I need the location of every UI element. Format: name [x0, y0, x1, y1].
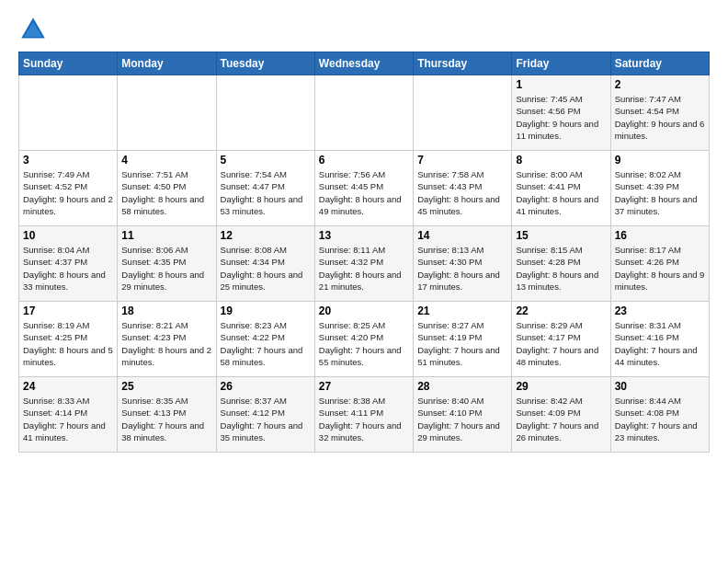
day-number: 1 — [516, 78, 606, 91]
day-info: Sunrise: 8:11 AM Sunset: 4:32 PM Dayligh… — [319, 244, 409, 293]
day-number: 17 — [23, 304, 113, 317]
day-info: Sunrise: 8:23 AM Sunset: 4:22 PM Dayligh… — [221, 319, 311, 368]
calendar-cell-w1-d4: 7Sunrise: 7:58 AM Sunset: 4:43 PM Daylig… — [414, 151, 512, 226]
day-info: Sunrise: 8:21 AM Sunset: 4:23 PM Dayligh… — [121, 319, 211, 368]
calendar-cell-w2-d0: 10Sunrise: 8:04 AM Sunset: 4:37 PM Dayli… — [19, 226, 118, 302]
day-info: Sunrise: 7:58 AM Sunset: 4:43 PM Dayligh… — [417, 168, 507, 217]
day-info: Sunrise: 8:31 AM Sunset: 4:16 PM Dayligh… — [615, 319, 705, 368]
day-info: Sunrise: 7:45 AM Sunset: 4:56 PM Dayligh… — [516, 93, 606, 142]
day-number: 20 — [319, 304, 409, 317]
calendar-cell-w1-d0: 3Sunrise: 7:49 AM Sunset: 4:52 PM Daylig… — [19, 151, 118, 226]
day-info: Sunrise: 8:37 AM Sunset: 4:12 PM Dayligh… — [221, 395, 311, 443]
day-info: Sunrise: 8:27 AM Sunset: 4:19 PM Dayligh… — [417, 319, 507, 368]
calendar-cell-w1-d1: 4Sunrise: 7:51 AM Sunset: 4:50 PM Daylig… — [118, 151, 216, 226]
calendar-cell-w3-d4: 21Sunrise: 8:27 AM Sunset: 4:19 PM Dayli… — [414, 302, 512, 377]
day-info: Sunrise: 8:17 AM Sunset: 4:26 PM Dayligh… — [615, 244, 705, 293]
weekday-header-tuesday: Tuesday — [216, 52, 314, 75]
calendar-cell-w0-d2 — [216, 75, 314, 151]
calendar-cell-w1-d3: 6Sunrise: 7:56 AM Sunset: 4:45 PM Daylig… — [314, 151, 413, 226]
calendar-cell-w1-d5: 8Sunrise: 8:00 AM Sunset: 4:41 PM Daylig… — [512, 151, 610, 226]
day-number: 10 — [23, 229, 113, 242]
week-row-2: 10Sunrise: 8:04 AM Sunset: 4:37 PM Dayli… — [19, 226, 710, 302]
day-info: Sunrise: 7:54 AM Sunset: 4:47 PM Dayligh… — [221, 168, 311, 217]
day-number: 7 — [417, 154, 507, 167]
calendar-cell-w2-d2: 12Sunrise: 8:08 AM Sunset: 4:34 PM Dayli… — [216, 226, 314, 302]
day-number: 18 — [121, 304, 211, 317]
weekday-header-row: SundayMondayTuesdayWednesdayThursdayFrid… — [19, 52, 710, 75]
logo — [18, 15, 51, 44]
day-number: 9 — [615, 154, 705, 167]
week-row-0: 1Sunrise: 7:45 AM Sunset: 4:56 PM Daylig… — [19, 75, 710, 151]
day-number: 13 — [319, 229, 409, 242]
day-number: 30 — [615, 380, 705, 393]
weekday-header-sunday: Sunday — [19, 52, 118, 75]
day-info: Sunrise: 8:35 AM Sunset: 4:13 PM Dayligh… — [121, 395, 211, 443]
day-number: 26 — [221, 380, 311, 393]
day-number: 8 — [516, 154, 606, 167]
calendar-cell-w4-d2: 26Sunrise: 8:37 AM Sunset: 4:12 PM Dayli… — [216, 377, 314, 453]
day-info: Sunrise: 8:04 AM Sunset: 4:37 PM Dayligh… — [23, 244, 113, 293]
weekday-header-friday: Friday — [512, 52, 610, 75]
day-info: Sunrise: 8:06 AM Sunset: 4:35 PM Dayligh… — [121, 244, 211, 293]
calendar-cell-w0-d6: 2Sunrise: 7:47 AM Sunset: 4:54 PM Daylig… — [610, 75, 709, 151]
calendar-cell-w4-d4: 28Sunrise: 8:40 AM Sunset: 4:10 PM Dayli… — [414, 377, 512, 453]
day-number: 3 — [23, 154, 113, 167]
day-number: 16 — [615, 229, 705, 242]
day-info: Sunrise: 8:02 AM Sunset: 4:39 PM Dayligh… — [615, 168, 705, 217]
calendar-cell-w3-d0: 17Sunrise: 8:19 AM Sunset: 4:25 PM Dayli… — [19, 302, 118, 377]
weekday-header-wednesday: Wednesday — [314, 52, 413, 75]
day-info: Sunrise: 8:19 AM Sunset: 4:25 PM Dayligh… — [23, 319, 113, 368]
day-number: 25 — [121, 380, 211, 393]
page: SundayMondayTuesdayWednesdayThursdayFrid… — [0, 0, 728, 563]
calendar-cell-w2-d6: 16Sunrise: 8:17 AM Sunset: 4:26 PM Dayli… — [610, 226, 709, 302]
day-number: 21 — [417, 304, 507, 317]
day-number: 28 — [417, 380, 507, 393]
day-number: 19 — [221, 304, 311, 317]
calendar-cell-w1-d6: 9Sunrise: 8:02 AM Sunset: 4:39 PM Daylig… — [610, 151, 709, 226]
calendar-cell-w2-d1: 11Sunrise: 8:06 AM Sunset: 4:35 PM Dayli… — [118, 226, 216, 302]
day-info: Sunrise: 8:15 AM Sunset: 4:28 PM Dayligh… — [516, 244, 606, 293]
day-info: Sunrise: 8:44 AM Sunset: 4:08 PM Dayligh… — [615, 395, 705, 443]
calendar-cell-w2-d3: 13Sunrise: 8:11 AM Sunset: 4:32 PM Dayli… — [314, 226, 413, 302]
calendar-cell-w4-d3: 27Sunrise: 8:38 AM Sunset: 4:11 PM Dayli… — [314, 377, 413, 453]
calendar-cell-w0-d5: 1Sunrise: 7:45 AM Sunset: 4:56 PM Daylig… — [512, 75, 610, 151]
calendar-cell-w4-d1: 25Sunrise: 8:35 AM Sunset: 4:13 PM Dayli… — [118, 377, 216, 453]
calendar-cell-w3-d3: 20Sunrise: 8:25 AM Sunset: 4:20 PM Dayli… — [314, 302, 413, 377]
calendar-cell-w3-d6: 23Sunrise: 8:31 AM Sunset: 4:16 PM Dayli… — [610, 302, 709, 377]
calendar-cell-w3-d1: 18Sunrise: 8:21 AM Sunset: 4:23 PM Dayli… — [118, 302, 216, 377]
calendar-cell-w0-d1 — [118, 75, 216, 151]
day-number: 11 — [121, 229, 211, 242]
day-number: 5 — [221, 154, 311, 167]
day-number: 27 — [319, 380, 409, 393]
week-row-3: 17Sunrise: 8:19 AM Sunset: 4:25 PM Dayli… — [19, 302, 710, 377]
weekday-header-monday: Monday — [118, 52, 216, 75]
calendar: SundayMondayTuesdayWednesdayThursdayFrid… — [18, 52, 710, 453]
day-info: Sunrise: 8:40 AM Sunset: 4:10 PM Dayligh… — [417, 395, 507, 443]
logo-icon — [18, 15, 48, 44]
calendar-cell-w4-d0: 24Sunrise: 8:33 AM Sunset: 4:14 PM Dayli… — [19, 377, 118, 453]
calendar-cell-w4-d6: 30Sunrise: 8:44 AM Sunset: 4:08 PM Dayli… — [610, 377, 709, 453]
day-number: 4 — [121, 154, 211, 167]
day-info: Sunrise: 7:49 AM Sunset: 4:52 PM Dayligh… — [23, 168, 113, 217]
calendar-cell-w3-d5: 22Sunrise: 8:29 AM Sunset: 4:17 PM Dayli… — [512, 302, 610, 377]
calendar-cell-w0-d3 — [314, 75, 413, 151]
day-info: Sunrise: 8:29 AM Sunset: 4:17 PM Dayligh… — [516, 319, 606, 368]
day-info: Sunrise: 8:00 AM Sunset: 4:41 PM Dayligh… — [516, 168, 606, 217]
calendar-cell-w4-d5: 29Sunrise: 8:42 AM Sunset: 4:09 PM Dayli… — [512, 377, 610, 453]
weekday-header-thursday: Thursday — [414, 52, 512, 75]
day-info: Sunrise: 7:56 AM Sunset: 4:45 PM Dayligh… — [319, 168, 409, 217]
day-number: 22 — [516, 304, 606, 317]
day-info: Sunrise: 7:51 AM Sunset: 4:50 PM Dayligh… — [121, 168, 211, 217]
day-info: Sunrise: 8:38 AM Sunset: 4:11 PM Dayligh… — [319, 395, 409, 443]
weekday-header-saturday: Saturday — [610, 52, 709, 75]
day-info: Sunrise: 8:42 AM Sunset: 4:09 PM Dayligh… — [516, 395, 606, 443]
day-info: Sunrise: 8:08 AM Sunset: 4:34 PM Dayligh… — [221, 244, 311, 293]
day-number: 2 — [615, 78, 705, 91]
week-row-4: 24Sunrise: 8:33 AM Sunset: 4:14 PM Dayli… — [19, 377, 710, 453]
day-info: Sunrise: 8:25 AM Sunset: 4:20 PM Dayligh… — [319, 319, 409, 368]
week-row-1: 3Sunrise: 7:49 AM Sunset: 4:52 PM Daylig… — [19, 151, 710, 226]
day-number: 24 — [23, 380, 113, 393]
day-number: 23 — [615, 304, 705, 317]
day-info: Sunrise: 7:47 AM Sunset: 4:54 PM Dayligh… — [615, 93, 705, 142]
day-info: Sunrise: 8:13 AM Sunset: 4:30 PM Dayligh… — [417, 244, 507, 293]
